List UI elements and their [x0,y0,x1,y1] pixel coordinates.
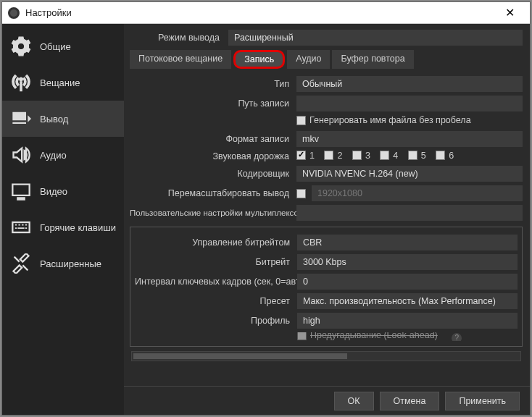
format-select[interactable]: mkv [296,131,523,147]
preset-select[interactable]: Макс. производительность (Max Performanc… [297,293,518,309]
output-tabs: Потоковое вещание Запись Аудио Буфер пов… [130,50,523,69]
horizontal-scrollbar[interactable] [131,351,521,361]
rc-select[interactable]: CBR [297,235,518,250]
sidebar-item-audio[interactable]: Аудио [2,137,124,173]
gear-icon [9,35,33,58]
track-3-checkbox[interactable]: 3 [352,151,370,161]
antenna-icon [9,71,33,94]
tools-icon [9,252,33,275]
sidebar-item-output[interactable]: Вывод [2,101,124,137]
path-input[interactable] [296,96,523,111]
rescale-value: 1920x1080 [312,185,523,201]
profile-label: Профиль [135,316,297,326]
br-label: Битрейт [135,257,297,267]
dialog-footer: ОК Отмена Применить [124,386,530,415]
mux-input[interactable] [296,205,523,221]
profile-select[interactable]: high [297,313,518,329]
content: Режим вывода Расширенный Потоковое вещан… [124,24,530,386]
tab-audio[interactable]: Аудио [287,50,330,69]
format-label: Формат записи [130,134,296,144]
sidebar-item-video[interactable]: Видео [2,173,124,209]
obs-logo-icon [8,7,20,19]
sidebar-label: Аудио [40,150,67,161]
sidebar-label: Вещание [40,77,80,88]
close-button[interactable]: ✕ [495,6,524,20]
sidebar-label: Видео [40,186,67,197]
br-input[interactable]: 3000 Kbps [297,254,518,270]
sidebar-label: Общие [40,41,71,52]
sidebar-label: Горячие клавиши [40,222,116,233]
svg-rect-0 [12,222,29,232]
kf-label: Интервал ключевых кадров (сек, 0=авто) [135,277,297,287]
nospace-checkbox[interactable]: Генерировать имя файла без пробела [296,115,471,125]
speaker-icon [9,143,33,167]
sidebar: Общие Вещание Вывод Аудио Видео Горячие … [2,24,124,415]
sidebar-label: Вывод [40,114,68,125]
settings-window: Настройки ✕ Общие Вещание Вывод Аудио [1,1,531,416]
ok-button[interactable]: ОК [334,392,374,410]
keyboard-icon [9,216,33,239]
track-5-checkbox[interactable]: 5 [408,151,426,161]
rc-label: Управление битрейтом [135,237,297,248]
rescale-label: Перемасштабировать вывод [130,188,296,198]
type-select[interactable]: Обычный [296,76,523,92]
cancel-button[interactable]: Отмена [380,392,440,410]
sidebar-label: Расширенные [40,258,101,269]
output-icon [9,107,33,130]
output-mode-label: Режим вывода [130,33,224,43]
preset-label: Пресет [135,296,297,306]
track-1-checkbox[interactable]: 1 [296,151,315,161]
rescale-checkbox[interactable] [296,189,306,198]
monitor-icon [9,180,33,203]
body: Общие Вещание Вывод Аудио Видео Горячие … [2,24,530,415]
help-icon[interactable]: ? [452,333,462,341]
encoder-label: Кодировщик [130,169,296,179]
tracks-label: Звуковая дорожка [130,151,296,161]
track-6-checkbox[interactable]: 6 [436,151,454,161]
mux-label: Пользовательские настройки мультиплексор… [130,208,296,217]
lookahead-checkbox[interactable]: Предугадывание (Look-ahead) [297,332,438,340]
encoder-settings-group: Управление битрейтом CBR Битрейт 3000 Kb… [130,227,523,347]
sidebar-item-hotkeys[interactable]: Горячие клавиши [2,209,124,245]
sidebar-item-stream[interactable]: Вещание [2,64,124,101]
track-4-checkbox[interactable]: 4 [380,151,398,161]
kf-input[interactable]: 0 [297,274,518,290]
window-title: Настройки [25,7,495,18]
tracks-group: 1 2 3 4 5 6 [296,151,523,163]
type-label: Тип [130,79,296,89]
sidebar-item-general[interactable]: Общие [2,28,124,64]
titlebar: Настройки ✕ [2,2,530,24]
apply-button[interactable]: Применить [445,392,520,410]
track-2-checkbox[interactable]: 2 [324,151,342,161]
tab-recording[interactable]: Запись [233,50,285,69]
tab-streaming[interactable]: Потоковое вещание [130,50,231,69]
encoder-select[interactable]: NVIDIA NVENC H.264 (new) [296,166,523,182]
main-panel: Режим вывода Расширенный Потоковое вещан… [124,24,530,415]
tab-replay[interactable]: Буфер повтора [332,50,413,69]
path-label: Путь записи [130,98,296,109]
output-mode-select[interactable]: Расширенный [228,30,523,46]
sidebar-item-advanced[interactable]: Расширенные [2,245,124,282]
